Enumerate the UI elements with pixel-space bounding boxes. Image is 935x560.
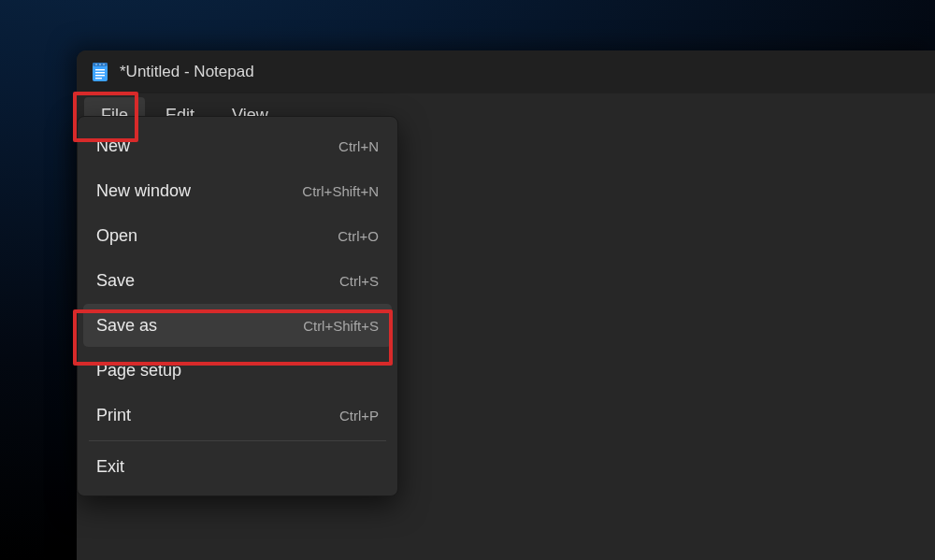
file-menu-save[interactable]: Save Ctrl+S — [83, 259, 392, 302]
menu-item-label: Open — [96, 226, 137, 246]
svg-rect-6 — [95, 72, 105, 73]
notepad-icon — [92, 63, 108, 81]
menu-item-shortcut: Ctrl+S — [339, 273, 379, 289]
menu-item-label: New — [96, 136, 130, 156]
window-title: *Untitled - Notepad — [120, 63, 254, 81]
menu-item-shortcut: Ctrl+Shift+S — [303, 318, 379, 334]
file-menu-print[interactable]: Print Ctrl+P — [83, 394, 392, 437]
menu-item-label: Page setup — [96, 361, 181, 381]
notepad-window: *Untitled - Notepad File Edit View r.App… — [77, 50, 935, 560]
file-menu-new-window[interactable]: New window Ctrl+Shift+N — [83, 169, 392, 212]
file-menu-new[interactable]: New Ctrl+N — [83, 124, 392, 167]
menu-item-shortcut: Ctrl+Shift+N — [302, 183, 379, 199]
file-menu-dropdown: New Ctrl+N New window Ctrl+Shift+N Open … — [77, 116, 398, 496]
menu-item-label: Save as — [96, 316, 157, 336]
svg-point-2 — [95, 64, 97, 65]
menu-item-shortcut: Ctrl+O — [338, 228, 379, 244]
file-menu-exit[interactable]: Exit — [83, 445, 392, 488]
menu-separator — [89, 440, 386, 441]
svg-rect-5 — [95, 69, 105, 70]
menu-item-label: Save — [96, 271, 135, 291]
svg-rect-8 — [95, 78, 102, 79]
svg-point-3 — [99, 64, 101, 65]
svg-point-4 — [103, 64, 105, 65]
menu-item-label: New window — [96, 181, 191, 201]
file-menu-save-as[interactable]: Save as Ctrl+Shift+S — [83, 304, 392, 347]
title-bar: *Untitled - Notepad — [77, 50, 935, 93]
menu-item-shortcut: Ctrl+N — [338, 138, 379, 154]
menu-item-shortcut: Ctrl+P — [339, 408, 379, 424]
file-menu-page-setup[interactable]: Page setup — [83, 349, 392, 392]
menu-item-label: Exit — [96, 457, 124, 477]
file-menu-open[interactable]: Open Ctrl+O — [83, 214, 392, 257]
menu-item-label: Print — [96, 406, 131, 425]
svg-rect-7 — [95, 75, 105, 76]
